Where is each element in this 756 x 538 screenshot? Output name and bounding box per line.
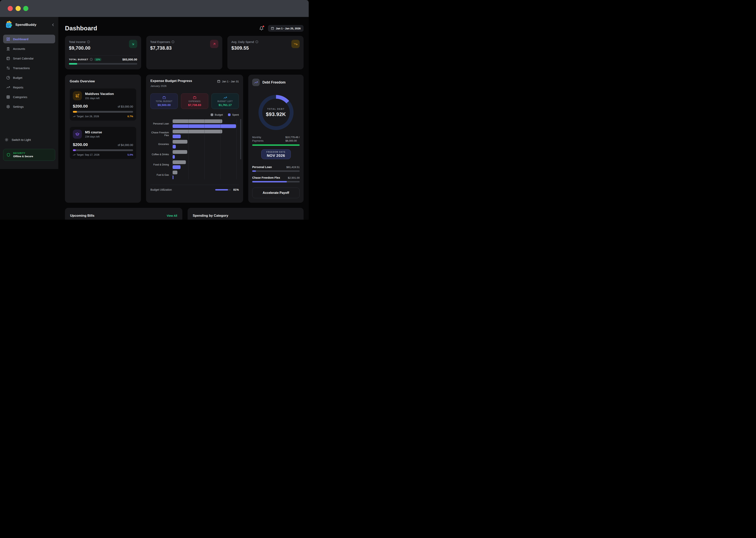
goal-item-maldives[interactable]: Maldives Vacation 151 days left $200.00 … <box>70 88 136 121</box>
total-expenses-card: Total Expenses $7,738.83 <box>146 36 222 69</box>
info-icon[interactable] <box>255 40 258 43</box>
sidebar-item-label: Accounts <box>13 47 25 50</box>
theme-toggle[interactable]: Switch to Light <box>5 138 55 142</box>
upcoming-bills-card: Upcoming Bills View All <box>65 208 182 220</box>
goal-target-amount: of $4,000.00 <box>118 143 133 146</box>
daily-spend-trend-button[interactable] <box>291 40 300 48</box>
chart-row: Food & Dining <box>150 160 239 170</box>
sidebar-item-label: Transactions <box>13 66 30 70</box>
sidebar-item-accounts[interactable]: Accounts <box>3 44 55 53</box>
security-title: SECURITY <box>13 152 33 154</box>
stats-row: Total Income $9,700.00 TOTAL BUDGET 12% … <box>65 36 304 69</box>
wallet-icon <box>163 96 166 99</box>
maximize-window-button[interactable] <box>23 6 28 11</box>
info-icon[interactable] <box>90 58 93 61</box>
wallet-icon <box>193 96 197 99</box>
goal-days-left: 234 days left <box>85 135 102 138</box>
chart-row: Chase Freedom Flex <box>150 129 239 139</box>
budget-swatch <box>211 114 213 116</box>
chip-label: TOTAL BUDGET <box>156 100 172 102</box>
expense-card-title: Expense Budget Progress <box>150 79 192 83</box>
minimize-window-button[interactable] <box>16 6 21 11</box>
goal-name: Maldives Vacation <box>85 92 114 96</box>
avg-daily-spend-card: Avg. Daily Spend $309.55 <box>227 36 304 69</box>
close-window-button[interactable] <box>8 6 13 11</box>
dashboard-grid-icon <box>6 37 10 41</box>
notifications-bell-icon[interactable] <box>259 26 263 30</box>
calendar-icon <box>271 27 274 30</box>
sidebar-item-reports[interactable]: Reports <box>3 83 55 92</box>
sidebar-item-settings[interactable]: Settings <box>3 102 55 111</box>
trending-up-icon <box>6 85 10 89</box>
arrow-down-right-icon <box>131 42 135 46</box>
stat-value: $309.55 <box>231 45 300 51</box>
graduation-cap-icon <box>73 130 82 139</box>
sidebar-item-dashboard[interactable]: Dashboard <box>3 35 55 43</box>
debt-row: Personal Loan $91,419.51 <box>252 166 300 169</box>
goal-saved-amount: $200.00 <box>73 142 88 147</box>
pie-chart-icon <box>6 76 10 80</box>
security-status-box: SECURITY Offline & Secure <box>3 149 55 161</box>
sidebar-nav: Dashboard Accounts Smart Calendar Transa… <box>3 35 55 112</box>
stat-label: Total Income <box>69 40 86 43</box>
stat-label: Total Expenses <box>150 40 170 43</box>
expenses-chip: EXPENSES $7,738.83 <box>181 93 208 109</box>
debt-card-title: Debt Freedom <box>262 81 286 84</box>
monthly-payments-label: Monthly Payments <box>252 135 270 142</box>
legend-spent: Spent <box>228 113 239 116</box>
spent-swatch <box>228 114 231 116</box>
utilization-label: Budget Utilization <box>150 188 172 191</box>
sidebar-item-categories[interactable]: Categories <box>3 92 55 101</box>
spent-bar <box>173 134 181 138</box>
trending-up-icon <box>252 79 260 86</box>
goal-target-date: Target: Sep 17, 2026 <box>76 153 99 156</box>
total-budget-progress <box>69 63 137 65</box>
view-all-link[interactable]: View All <box>167 214 177 217</box>
goal-days-left: 151 days left <box>85 97 114 100</box>
gear-icon <box>6 105 10 109</box>
total-budget-label: TOTAL BUDGET <box>69 58 88 61</box>
main-content: Dashboard Jan 1 - Jan 25, 2026 Total Inc… <box>58 17 309 220</box>
calendar-icon <box>6 57 10 60</box>
expense-chips: TOTAL BUDGET $9,500.00 EXPENSES $7,738.8… <box>150 93 239 109</box>
expense-budget-card: Expense Budget Progress January 2026 Jan… <box>146 75 243 203</box>
info-icon[interactable] <box>171 40 174 43</box>
budget-bar <box>173 130 222 134</box>
debt-name: Chase Freedom Flex <box>252 176 280 179</box>
sidebar-item-budget[interactable]: Budget <box>3 73 55 82</box>
goals-overview-card: Goals Overview Maldives Vacation 151 day… <box>65 75 141 203</box>
upcoming-bills-title: Upcoming Bills <box>70 214 95 218</box>
budget-vs-spent-chart: Personal Loan Chase Freedom Flex Groceri… <box>150 119 239 180</box>
goal-name: MS course <box>85 131 102 134</box>
expenses-trend-button[interactable] <box>210 40 218 48</box>
goal-saved-amount: $200.00 <box>73 104 88 109</box>
chart-legend: Budget Spent <box>150 113 239 116</box>
expense-card-subtitle: January 2026 <box>150 84 192 87</box>
page-title: Dashboard <box>65 25 97 32</box>
sidebar-item-label: Smart Calendar <box>13 57 34 60</box>
chip-label: BUDGET LEFT <box>217 100 233 102</box>
income-trend-button[interactable] <box>129 40 137 48</box>
budget-bar <box>173 160 186 164</box>
legend-budget: Budget <box>211 113 223 116</box>
app-window: SpendBuddy Dashboard Accounts Smart Cale… <box>0 0 309 220</box>
sidebar-item-transactions[interactable]: Transactions <box>3 64 55 72</box>
sidebar-item-smart-calendar[interactable]: Smart Calendar <box>3 54 55 63</box>
chart-row: Personal Loan <box>150 119 239 129</box>
debt-progress <box>252 181 300 183</box>
budget-utilization-row: Budget Utilization 81% <box>150 188 239 191</box>
goal-pct: 5.0% <box>127 153 133 156</box>
stat-label: Avg. Daily Spend <box>231 40 254 43</box>
notification-badge <box>262 26 264 27</box>
accelerate-payoff-button[interactable]: Accelerate Payoff <box>252 188 300 198</box>
date-range-button[interactable]: Jan 1 - Jan 25, 2026 <box>268 25 304 32</box>
info-icon[interactable] <box>87 40 90 43</box>
page-header: Dashboard Jan 1 - Jan 25, 2026 <box>65 24 304 33</box>
budget-bar <box>173 119 222 123</box>
sidebar-collapse-icon[interactable] <box>51 23 55 27</box>
shield-icon <box>7 153 11 157</box>
chart-scrollbar[interactable] <box>240 119 241 159</box>
spent-bar <box>173 145 176 148</box>
goal-item-ms-course[interactable]: MS course 234 days left $200.00 of $4,00… <box>70 127 136 159</box>
debt-name: Personal Loan <box>252 166 272 169</box>
